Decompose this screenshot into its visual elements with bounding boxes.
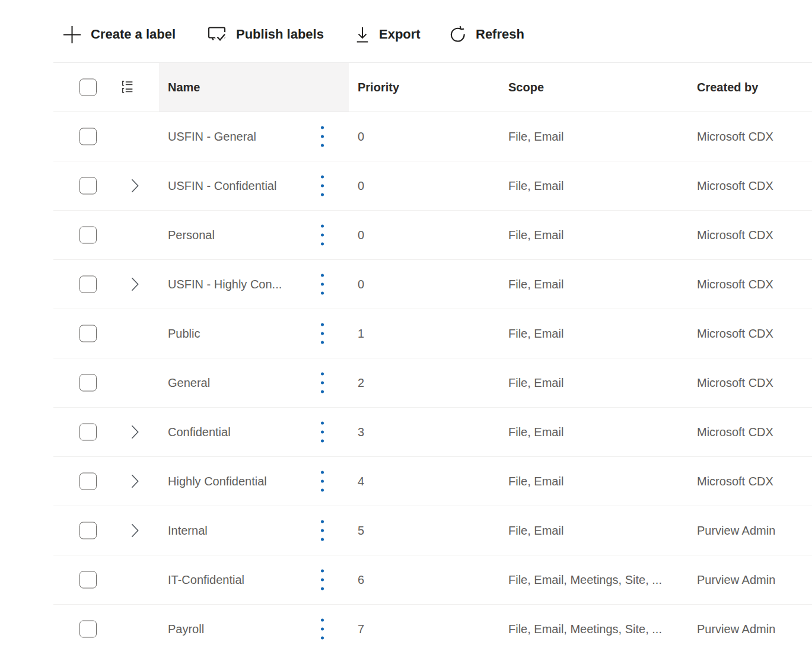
column-header-priority[interactable]: Priority — [358, 81, 399, 94]
label-name-cell[interactable]: Internal — [168, 524, 208, 538]
created-by-cell: Purview Admin — [697, 622, 775, 636]
created-by-cell: Microsoft CDX — [697, 327, 773, 341]
more-actions-icon[interactable] — [319, 518, 326, 544]
more-actions-icon[interactable] — [319, 420, 326, 445]
refresh-icon — [448, 26, 467, 44]
priority-cell: 4 — [358, 475, 364, 488]
priority-cell: 1 — [358, 327, 364, 341]
created-by-cell: Microsoft CDX — [697, 179, 773, 193]
select-all-checkbox[interactable] — [79, 79, 97, 96]
more-actions-icon[interactable] — [319, 272, 326, 297]
more-actions-icon[interactable] — [319, 321, 326, 347]
export-text: Export — [379, 27, 421, 42]
scope-cell: File, Email — [508, 475, 563, 488]
column-header-created-by[interactable]: Created by — [697, 81, 758, 94]
created-by-cell: Microsoft CDX — [697, 130, 773, 144]
label-name-cell[interactable]: IT-Confidential — [168, 573, 244, 587]
table-row[interactable]: Highly Confidential 4 File, Email Micros… — [53, 457, 812, 506]
label-name-cell[interactable]: Personal — [168, 228, 215, 242]
created-by-cell: Microsoft CDX — [697, 228, 773, 242]
publish-monitor-check-icon — [207, 26, 227, 43]
table-row[interactable]: Personal 0 File, Email Microsoft CDX — [53, 211, 812, 260]
expand-chevron-icon[interactable] — [130, 522, 139, 539]
priority-cell: 7 — [358, 622, 364, 636]
priority-cell: 0 — [358, 179, 364, 193]
table-row[interactable]: Confidential 3 File, Email Microsoft CDX — [53, 408, 812, 457]
more-actions-icon[interactable] — [319, 223, 326, 248]
priority-cell: 5 — [358, 524, 364, 538]
priority-cell: 2 — [358, 376, 364, 390]
priority-cell: 0 — [358, 130, 364, 144]
table-row[interactable]: USFIN - General 0 File, Email Microsoft … — [53, 112, 812, 161]
row-checkbox[interactable] — [79, 473, 97, 490]
priority-cell: 6 — [358, 573, 364, 587]
scope-cell: File, Email, Meetings, Site, ... — [508, 622, 662, 636]
priority-cell: 3 — [358, 425, 364, 439]
table-row[interactable]: Payroll 7 File, Email, Meetings, Site, .… — [53, 605, 812, 648]
row-checkbox[interactable] — [79, 571, 97, 589]
collapse-all-groups-icon[interactable] — [120, 80, 134, 96]
download-icon — [355, 26, 370, 44]
more-actions-icon[interactable] — [319, 124, 326, 150]
label-name-cell[interactable]: USFIN - General — [168, 130, 256, 144]
row-checkbox[interactable] — [79, 522, 97, 539]
expand-chevron-icon[interactable] — [130, 473, 139, 490]
created-by-cell: Microsoft CDX — [697, 475, 773, 488]
plus-icon — [62, 25, 82, 45]
table-row[interactable]: Internal 5 File, Email Purview Admin — [53, 506, 812, 555]
row-checkbox[interactable] — [79, 424, 97, 441]
scope-cell: File, Email — [508, 278, 563, 291]
label-name-cell[interactable]: USFIN - Confidential — [168, 179, 276, 193]
more-actions-icon[interactable] — [319, 567, 326, 593]
priority-cell: 0 — [358, 278, 364, 291]
table-row[interactable]: Public 1 File, Email Microsoft CDX — [53, 309, 812, 358]
scope-cell: File, Email — [508, 425, 563, 439]
export-button[interactable]: Export — [355, 17, 421, 52]
created-by-cell: Purview Admin — [697, 524, 775, 538]
more-actions-icon[interactable] — [319, 469, 326, 494]
created-by-cell: Purview Admin — [697, 573, 775, 587]
labels-toolbar: Create a label Publish labels Export — [0, 17, 812, 52]
publish-labels-text: Publish labels — [236, 27, 324, 42]
expand-chevron-icon[interactable] — [130, 424, 139, 440]
created-by-cell: Microsoft CDX — [697, 376, 773, 390]
row-checkbox[interactable] — [79, 128, 97, 145]
label-name-cell[interactable]: Confidential — [168, 425, 231, 439]
table-row[interactable]: USFIN - Confidential 0 File, Email Micro… — [53, 161, 812, 211]
more-actions-icon[interactable] — [319, 617, 326, 642]
create-label-button[interactable]: Create a label — [62, 17, 176, 52]
scope-cell: File, Email — [508, 524, 563, 538]
label-name-cell[interactable]: Highly Confidential — [168, 475, 267, 488]
publish-labels-button[interactable]: Publish labels — [207, 17, 324, 52]
scope-cell: File, Email — [508, 179, 563, 193]
column-header-name[interactable]: Name — [168, 81, 200, 94]
label-name-cell[interactable]: Payroll — [168, 622, 204, 636]
table-header-row: Name Priority Scope Created by — [53, 62, 812, 112]
table-row[interactable]: USFIN - Highly Con... 0 File, Email Micr… — [53, 260, 812, 309]
label-name-cell[interactable]: General — [168, 376, 210, 390]
expand-chevron-icon[interactable] — [130, 276, 139, 293]
column-header-scope[interactable]: Scope — [508, 81, 544, 94]
row-checkbox[interactable] — [79, 621, 97, 638]
row-checkbox[interactable] — [79, 177, 97, 195]
expand-chevron-icon[interactable] — [130, 177, 139, 194]
row-checkbox[interactable] — [79, 374, 97, 392]
scope-cell: File, Email, Meetings, Site, ... — [508, 573, 662, 587]
table-body: USFIN - General 0 File, Email Microsoft … — [53, 112, 812, 648]
row-checkbox[interactable] — [79, 276, 97, 293]
label-name-cell[interactable]: Public — [168, 327, 200, 341]
more-actions-icon[interactable] — [319, 370, 326, 396]
sensitivity-labels-page: Create a label Publish labels Export — [0, 0, 812, 648]
more-actions-icon[interactable] — [319, 173, 326, 199]
refresh-button[interactable]: Refresh — [448, 17, 524, 52]
priority-cell: 0 — [358, 228, 364, 242]
table-row[interactable]: General 2 File, Email Microsoft CDX — [53, 358, 812, 408]
created-by-cell: Microsoft CDX — [697, 278, 773, 291]
table-row[interactable]: IT-Confidential 6 File, Email, Meetings,… — [53, 555, 812, 605]
scope-cell: File, Email — [508, 228, 563, 242]
created-by-cell: Microsoft CDX — [697, 425, 773, 439]
row-checkbox[interactable] — [79, 325, 97, 342]
row-checkbox[interactable] — [79, 227, 97, 244]
label-name-cell[interactable]: USFIN - Highly Con... — [168, 278, 282, 291]
create-label-text: Create a label — [91, 27, 176, 42]
